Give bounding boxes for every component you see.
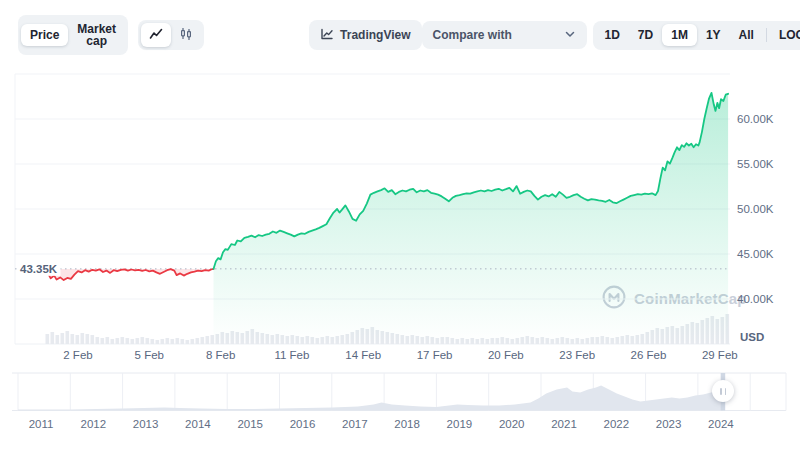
x-axis-label: 17 Feb [417, 349, 453, 361]
timeline-year-label[interactable]: 2014 [185, 418, 211, 430]
price-chart-canvas[interactable]: 43.35K60.00K55.00K50.00K45.00K40.00KUSD2… [0, 0, 800, 458]
timeline-year-label[interactable]: 2016 [290, 418, 316, 430]
x-axis-label: 5 Feb [135, 349, 164, 361]
price-tab[interactable]: Price [21, 24, 68, 46]
timeline-year-label[interactable]: 2013 [133, 418, 159, 430]
timeline-year-label[interactable]: 2020 [499, 418, 525, 430]
x-axis-label: 11 Feb [274, 349, 309, 361]
timeline-year-label[interactable]: 2012 [81, 418, 107, 430]
timeline-year-label[interactable]: 2024 [708, 418, 734, 430]
timeline-minimap[interactable]: 2011201220132014201520162017201820192020… [12, 373, 786, 430]
y-axis-unit-label: USD [740, 331, 764, 343]
timeline-drag-handle[interactable] [712, 380, 734, 402]
range-1y-button[interactable]: 1Y [697, 24, 730, 46]
toolbar-right-group: Compare with 1D 7D 1M 1Y All LOG [422, 21, 800, 50]
drag-grip-icon [720, 388, 722, 395]
timeline-year-label[interactable]: 2022 [604, 418, 630, 430]
x-axis-label: 2 Feb [63, 349, 92, 361]
timeline-year-label[interactable]: 2017 [342, 418, 368, 430]
market-cap-tab[interactable]: Market cap [68, 18, 125, 52]
x-axis-label: 29 Feb [702, 349, 738, 361]
chevron-down-icon [564, 28, 576, 42]
candlestick-icon [179, 27, 193, 43]
line-chart-icon [149, 27, 163, 43]
compare-with-label: Compare with [433, 29, 512, 41]
compare-with-dropdown[interactable]: Compare with [422, 21, 587, 49]
tradingview-button[interactable]: TradingView [309, 20, 421, 50]
x-axis-label: 26 Feb [631, 349, 667, 361]
tradingview-label: TradingView [340, 29, 410, 41]
range-1d-button[interactable]: 1D [596, 24, 629, 46]
timeline-year-label[interactable]: 2019 [447, 418, 473, 430]
timeline-year-label[interactable]: 2021 [551, 418, 577, 430]
timeline-year-label[interactable]: 2023 [656, 418, 682, 430]
y-axis-labels: 60.00K55.00K50.00K45.00K40.00KUSD [737, 113, 774, 343]
minimap-history-area [18, 386, 723, 411]
range-all-button[interactable]: All [730, 24, 763, 46]
chart-type-toggle [138, 20, 204, 50]
log-scale-button[interactable]: LOG [770, 24, 800, 46]
y-axis-label: 55.00K [737, 158, 774, 170]
y-axis-label: 40.00K [737, 293, 774, 305]
y-axis-label: 60.00K [737, 113, 774, 125]
x-axis-label: 23 Feb [559, 349, 595, 361]
x-axis-label: 20 Feb [488, 349, 524, 361]
x-axis-label: 8 Feb [206, 349, 235, 361]
baseline-label: 43.35K [20, 263, 58, 275]
line-chart-type-button[interactable] [141, 23, 171, 47]
x-axis-labels: 2 Feb5 Feb8 Feb11 Feb14 Feb17 Feb20 Feb2… [63, 349, 737, 361]
x-axis-label: 14 Feb [345, 349, 381, 361]
price-area-up [214, 93, 729, 344]
timeline-year-label[interactable]: 2018 [394, 418, 420, 430]
candlestick-chart-type-button[interactable] [171, 23, 201, 47]
chart-toolbar: Price Market cap [18, 19, 774, 51]
range-divider [766, 28, 767, 42]
range-selector: 1D 7D 1M 1Y All LOG [593, 21, 800, 50]
y-axis-label: 45.00K [737, 248, 774, 260]
drag-grip-icon [725, 388, 727, 395]
range-1m-button[interactable]: 1M [662, 24, 697, 46]
timeline-year-label[interactable]: 2011 [29, 418, 54, 430]
metric-toggle: Price Market cap [18, 15, 128, 55]
timeline-year-label[interactable]: 2015 [237, 418, 263, 430]
range-7d-button[interactable]: 7D [629, 24, 662, 46]
tradingview-icon [320, 27, 334, 43]
toolbar-left-group: Price Market cap [18, 15, 422, 55]
y-axis-label: 50.00K [737, 203, 774, 215]
